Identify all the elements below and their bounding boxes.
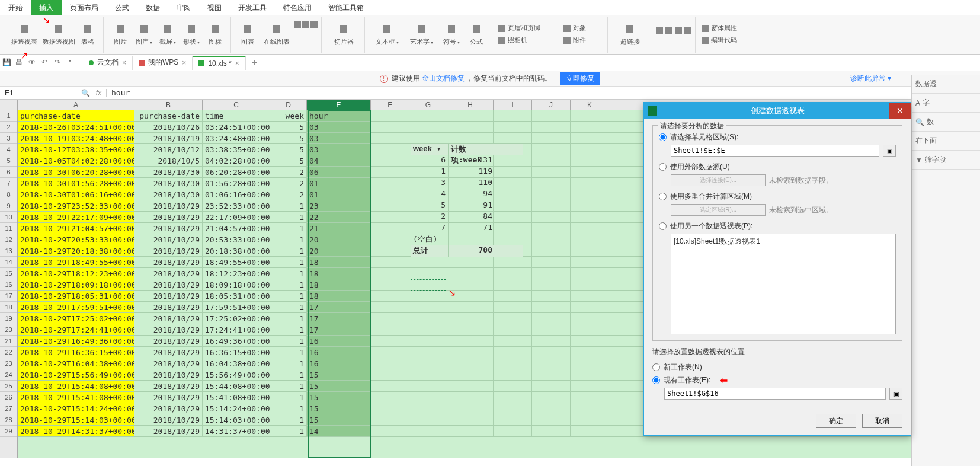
cell[interactable]: 15:56:49+00:00 [203,369,270,380]
cell[interactable]: 2018/10/29 [134,403,203,414]
header-cell-G[interactable] [409,110,447,121]
cell[interactable] [409,381,447,391]
row-header-21[interactable]: 21 [0,336,17,347]
row-header-19[interactable]: 19 [0,313,17,324]
form-ic1[interactable] [656,27,663,34]
cell[interactable] [371,414,409,425]
range-picker-button[interactable]: ▣ [883,145,896,157]
icon-button[interactable]: 图标 [203,17,227,52]
cell[interactable] [371,257,409,267]
cell[interactable] [571,200,609,211]
cell[interactable]: 15:44:08+00:00 [203,381,270,391]
cell[interactable] [371,212,409,222]
qat-redo-icon[interactable]: ↷ [55,58,64,68]
cell[interactable]: 15:41:08+00:00 [203,392,270,403]
cell[interactable] [571,347,609,358]
fx-search-icon[interactable]: 🔍 [81,89,90,97]
cell[interactable]: 2018-10-29T15:14:24+00:00 [18,403,134,414]
cell[interactable]: 22:17:09+00:00 [203,212,270,222]
cell[interactable]: 2018-10-30T06:20:28+00:00 [18,167,134,177]
col-header-D[interactable]: D [270,100,307,110]
header-cell-C[interactable]: time [203,110,270,121]
menu-tab-7[interactable]: 开发工具 [230,0,275,15]
cell[interactable]: 1 [270,279,307,290]
cell[interactable]: 2018-10-29T17:25:02+00:00 [18,313,134,324]
cell[interactable] [371,324,409,335]
cell[interactable]: 1 [270,358,307,369]
cell[interactable] [532,324,571,335]
cell[interactable] [571,257,609,267]
row-header-2[interactable]: 2 [0,122,17,133]
cell[interactable]: 21:04:57+00:00 [203,223,270,234]
cell[interactable]: 2018-10-05T04:02:28+00:00 [18,155,134,166]
cell[interactable]: 16 [307,336,371,346]
cell[interactable] [447,358,494,369]
cell[interactable]: 15 [307,392,371,403]
cell[interactable] [532,414,571,425]
row-header-17[interactable]: 17 [0,291,17,302]
cell[interactable]: 2018/10/26 [134,122,203,132]
header-cell-A[interactable]: purchase-date [18,110,134,121]
header-cell-D[interactable]: week [270,110,307,121]
screenshot-button[interactable]: 截屏▾ [156,17,180,52]
cell[interactable]: 16:04:38+00:00 [203,358,270,369]
header-footer-button[interactable]: 页眉和页脚 [497,23,562,34]
cell[interactable] [447,257,494,267]
col-header-G[interactable]: G [409,100,447,110]
row-header-6[interactable]: 6 [0,167,17,178]
cell[interactable]: 21 [307,223,371,234]
cell[interactable]: 18:12:23+00:00 [203,268,270,279]
cell[interactable]: 1 [270,414,307,425]
cell[interactable] [371,291,409,301]
cell[interactable]: 06 [307,167,371,177]
row-header-8[interactable]: 8 [0,189,17,200]
cell[interactable]: 16:49:36+00:00 [203,336,270,346]
doc-tab-0[interactable]: 云文档× [83,56,133,70]
cell[interactable]: 15:14:03+00:00 [203,414,270,425]
cell[interactable] [371,200,409,211]
cell[interactable]: 5 [270,133,307,143]
cell[interactable]: 2018/10/29 [134,347,203,358]
cell[interactable]: 2018/10/29 [134,279,203,290]
radio-another-pivot[interactable] [659,222,667,230]
cell[interactable] [494,313,532,324]
cell[interactable]: 1 [270,313,307,324]
cell[interactable]: 2018-10-30T01:56:28+00:00 [18,178,134,189]
cell[interactable]: 16 [307,347,371,358]
close-tab-icon[interactable]: × [235,59,239,68]
cell[interactable] [532,155,571,166]
wordart-button[interactable]: 艺术字▾ [404,17,438,52]
cell[interactable]: 5 [270,155,307,166]
table-button[interactable]: 表格 [76,17,100,52]
cell[interactable]: 2018/10/29 [134,223,203,234]
cell[interactable] [371,189,409,200]
cell[interactable] [571,122,609,132]
cell[interactable]: 2018-10-29T15:56:49+00:00 [18,369,134,380]
side-tab-4[interactable]: 在下面 [912,132,980,151]
row-header-24[interactable]: 24 [0,369,17,381]
qat-preview-icon[interactable]: 👁 [28,58,38,68]
cell[interactable]: 03 [307,133,371,143]
cell[interactable]: 2018/10/29 [134,212,203,222]
side-tab-3[interactable]: 🔍 数 [912,113,980,132]
camera-button[interactable]: 照相机 [497,34,562,46]
menu-tab-0[interactable]: 开始 [0,0,31,15]
warning-link[interactable]: 金山文档修复 [422,74,465,82]
col-header-H[interactable]: H [447,100,494,110]
cell[interactable]: 17:59:51+00:00 [203,302,270,312]
name-box[interactable]: E1 [0,89,59,97]
row-header-11[interactable]: 11 [0,223,17,234]
header-cell-J[interactable] [532,110,571,121]
cell[interactable] [571,167,609,177]
cell[interactable]: 2018-10-29T22:17:09+00:00 [18,212,134,222]
cell[interactable] [409,268,447,279]
cell[interactable] [447,302,494,312]
cell[interactable] [494,403,532,414]
cell[interactable]: 2018-10-29T15:41:08+00:00 [18,392,134,403]
cell[interactable] [532,144,571,155]
cell[interactable] [532,257,571,267]
cell[interactable]: 2018/10/29 [134,381,203,391]
cell[interactable] [447,336,494,346]
cell[interactable]: 20 [307,234,371,245]
header-cell-I[interactable] [494,110,532,121]
